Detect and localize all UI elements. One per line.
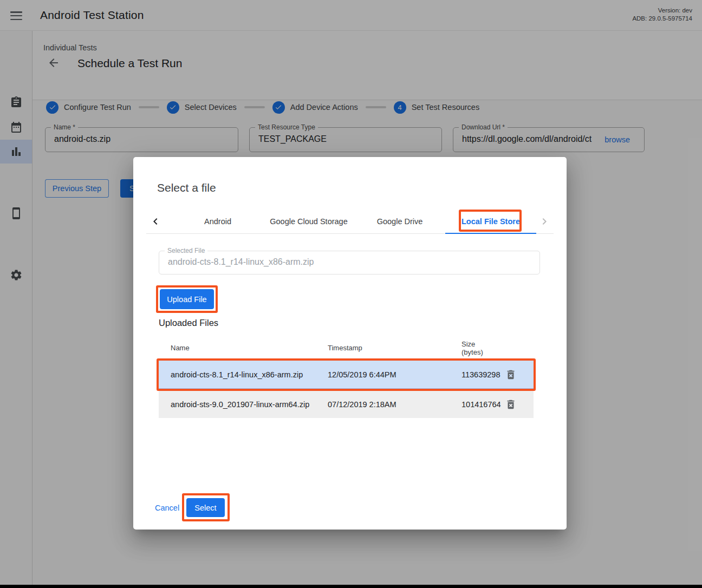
file-size-cell: 101416764 [461, 400, 499, 409]
upload-file-button[interactable]: Upload File [160, 289, 214, 309]
tab-google-cloud-storage[interactable]: Google Cloud Storage [263, 208, 354, 234]
tab-local-file-store[interactable]: Local File Store [445, 208, 536, 234]
file-name-cell: android-cts-8.1_r14-linux_x86-arm.zip [159, 370, 328, 379]
tabs-scroll-right-button[interactable] [535, 208, 554, 234]
dialog-title: Select a file [157, 181, 216, 194]
table-row[interactable]: android-sts-9.0_201907-linux-arm64.zip 0… [159, 391, 534, 418]
tabs-scroll-left-button[interactable] [146, 208, 165, 234]
tab-android[interactable]: Android [172, 208, 263, 234]
tabs: Android Google Cloud Storage Google Driv… [172, 208, 536, 234]
selected-file-label: Selected File [165, 247, 207, 254]
chevron-left-icon [149, 215, 162, 228]
uploaded-files-heading: Uploaded Files [159, 318, 218, 328]
file-source-tabbar: Android Google Cloud Storage Google Driv… [146, 208, 554, 234]
cancel-button[interactable]: Cancel [155, 504, 179, 512]
select-button[interactable]: Select [186, 498, 225, 517]
file-size-cell: 113639298 [461, 370, 499, 379]
column-header-timestamp: Timestamp [328, 344, 461, 352]
tab-google-drive[interactable]: Google Drive [354, 208, 445, 234]
table-row[interactable]: android-cts-8.1_r14-linux_x86-arm.zip 12… [159, 360, 534, 389]
delete-file-button[interactable] [504, 368, 518, 382]
selected-file-value: android-cts-8.1_r14-linux_x86-arm.zip [168, 257, 532, 267]
select-file-dialog: Select a file Android Google Cloud Stora… [133, 157, 567, 530]
delete-file-button[interactable] [504, 397, 518, 411]
column-header-name: Name [159, 344, 328, 352]
trash-icon [505, 369, 517, 381]
table-header-row: Name Timestamp Size (bytes) [159, 336, 534, 360]
file-timestamp-cell: 07/12/2019 2:18AM [328, 400, 461, 409]
file-name-cell: android-sts-9.0_201907-linux-arm64.zip [159, 400, 328, 409]
active-tab-underline [445, 233, 536, 234]
file-timestamp-cell: 12/05/2019 6:44PM [328, 370, 461, 379]
uploaded-files-table: Name Timestamp Size (bytes) android-cts-… [159, 336, 534, 418]
column-header-size: Size (bytes) [461, 340, 499, 356]
chevron-right-icon [538, 215, 551, 228]
selected-file-field[interactable]: Selected File android-cts-8.1_r14-linux_… [159, 251, 540, 275]
trash-icon [505, 398, 517, 410]
